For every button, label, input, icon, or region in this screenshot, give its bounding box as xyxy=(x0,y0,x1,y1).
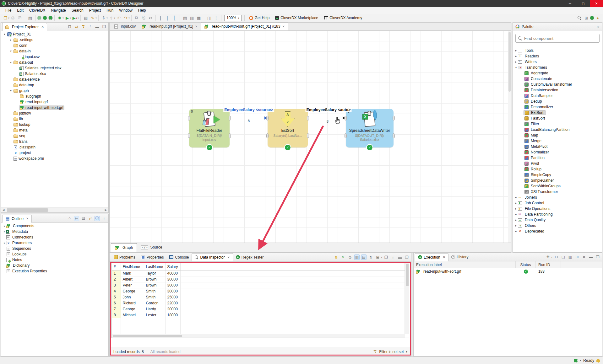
close-icon[interactable]: ✕ xyxy=(195,25,198,28)
cut-button[interactable]: ✂ xyxy=(147,15,154,21)
execution-row[interactable]: read-input-with-sort.grf✓183 xyxy=(414,268,602,275)
exec-settings-dropdown[interactable]: ▾ xyxy=(551,256,552,259)
import-button[interactable]: ⇩ xyxy=(100,15,107,21)
tab-history[interactable]: History xyxy=(448,253,471,261)
maximize-exec-button[interactable]: ❐ xyxy=(595,254,600,260)
grid-button[interactable]: ▦ xyxy=(196,15,202,21)
distribute-h-button[interactable]: ▤ xyxy=(182,15,188,21)
cell[interactable]: Albert xyxy=(121,276,144,282)
tree-item-trans[interactable]: trans xyxy=(1,139,108,144)
new-jobflow-button[interactable] xyxy=(48,16,53,20)
zoom-select[interactable]: 100% ▾ xyxy=(224,15,242,21)
outline-item-parameters[interactable]: ▸Parameters xyxy=(1,240,108,246)
table-row[interactable]: 7GeorgeHardy20000 xyxy=(112,306,405,312)
menu-item-help[interactable]: Help xyxy=(135,7,149,13)
cell[interactable]: 30000 xyxy=(165,276,180,282)
debug-button[interactable]: ✺ xyxy=(57,15,63,21)
new-button[interactable]: ❐ xyxy=(2,15,8,21)
info-toggle-button[interactable]: ⓘ xyxy=(95,216,100,221)
filter-button[interactable] xyxy=(81,24,86,29)
link-selection-button[interactable]: ⇄ xyxy=(88,216,93,221)
redo-button[interactable]: ↷ xyxy=(122,15,129,21)
tab-regex-tester[interactable]: Regex Tester xyxy=(233,253,266,261)
table-row[interactable]: 8MichaelLester18000 xyxy=(112,312,405,318)
close-icon[interactable]: ✕ xyxy=(443,255,445,259)
exec-settings-button[interactable]: ✚ xyxy=(545,254,551,260)
cell[interactable]: John xyxy=(121,294,144,300)
cell[interactable]: Richard xyxy=(121,300,144,306)
exec-collapse-button[interactable]: ⊟ xyxy=(554,254,559,260)
outline-item-connections[interactable]: Connections xyxy=(1,234,108,240)
palette-item-xsltransformer[interactable]: XSLTransformer xyxy=(513,189,602,195)
palette-item-merge[interactable]: Merge xyxy=(513,138,602,144)
cell[interactable]: 3 xyxy=(112,282,121,288)
outline-item-components[interactable]: ▸Components xyxy=(1,223,108,229)
expander-icon[interactable]: ▸ xyxy=(514,230,518,233)
column-header-num[interactable]: # xyxy=(112,263,121,270)
redo-dropdown[interactable]: ▾ xyxy=(128,17,130,19)
table-row[interactable]: 3PeterBrown30000 xyxy=(112,282,405,288)
port[interactable] xyxy=(393,116,395,120)
cell[interactable]: 5 xyxy=(112,294,121,300)
close-icon[interactable]: ✕ xyxy=(41,25,44,29)
brush-dropdown[interactable]: ▾ xyxy=(95,17,97,19)
maximize-views-button[interactable]: ❐ xyxy=(404,254,410,260)
expander-icon[interactable]: ▾ xyxy=(514,66,518,69)
expander-icon[interactable]: ▸ xyxy=(514,224,518,227)
expander-icon[interactable]: ▾ xyxy=(9,50,13,53)
menu-item-project[interactable]: Project xyxy=(86,7,104,13)
component-spreadsheetdatawriter[interactable]: 0XSpreadsheetDataWriter${DATAOUT_DIR}/Sa… xyxy=(346,109,394,147)
tree-item--project[interactable]: .project xyxy=(1,150,108,156)
run-button[interactable]: ▶ xyxy=(64,15,70,21)
new-window-button[interactable]: ❐ xyxy=(383,254,389,260)
server-status-icon[interactable] xyxy=(574,359,578,362)
get-help-link[interactable]: Get Help xyxy=(249,16,269,20)
cell[interactable]: Gordon xyxy=(144,300,165,306)
table-row[interactable]: 6RichardGordon22000 xyxy=(112,300,405,306)
palette-category-data-quality[interactable]: ▸Data Quality xyxy=(513,217,602,223)
graph-canvas[interactable]: 0FlatFileReader${DATAIN_DIR}/input.csv✓A… xyxy=(109,31,511,243)
table-dropdown[interactable]: ▾ xyxy=(381,256,382,259)
menu-item-navigate[interactable]: Navigate xyxy=(48,7,68,13)
undo-button[interactable]: ↶ xyxy=(116,15,122,21)
edge-label[interactable]: EmployeeSalary <auto> xyxy=(305,108,351,112)
lock-button[interactable]: ⊙ xyxy=(347,254,353,260)
table-row[interactable]: 1MarkTaylor40000 xyxy=(112,270,405,276)
tree-item-project-01[interactable]: ▾Project_01 xyxy=(1,31,108,37)
cell[interactable]: Smith xyxy=(144,288,165,294)
editor-tab-2[interactable]: read-input-with-sort.grf [Project_01] #1… xyxy=(201,22,289,30)
menu-item-run[interactable]: Run xyxy=(104,7,116,13)
find-component-input[interactable] xyxy=(524,36,597,41)
cell[interactable]: 7 xyxy=(112,306,121,312)
tree-item-lookup[interactable]: lookup xyxy=(1,122,108,127)
tree-item-salaries-xlsx[interactable]: Salaries.xlsx xyxy=(1,71,108,77)
outline-item-metadata[interactable]: ▸Metadata xyxy=(1,229,108,234)
cell[interactable]: Brown xyxy=(144,282,165,288)
cell[interactable]: 4 xyxy=(112,288,121,294)
tree-item-data-in[interactable]: ▾data-in xyxy=(1,48,108,54)
table-toggle-button[interactable]: ⊞ xyxy=(375,254,380,260)
tab-console[interactable]: Console xyxy=(166,253,192,261)
tree-item-lib[interactable]: lib xyxy=(1,116,108,122)
editor-tab-0[interactable]: input.csv xyxy=(111,22,139,30)
palette-item-filter[interactable]: Filter xyxy=(513,121,602,127)
tree-item--classpath[interactable]: .classpath xyxy=(1,144,108,150)
grid-toggle-button[interactable]: ▥ xyxy=(354,254,360,260)
tree-item-data-tmp[interactable]: data-tmp xyxy=(1,82,108,88)
expander-icon[interactable]: ▾ xyxy=(9,61,13,64)
tree-item-seq[interactable]: seq xyxy=(1,133,108,139)
close-button[interactable]: ✕ xyxy=(590,0,603,7)
cell[interactable]: George xyxy=(121,306,144,312)
palette-category-job-control[interactable]: ▸Job Control xyxy=(513,200,602,206)
cell[interactable]: 30000 xyxy=(165,288,180,294)
cell[interactable]: 30000 xyxy=(165,282,180,288)
align-left-button[interactable]: ⎡ xyxy=(158,15,164,21)
table-view-button[interactable]: ▤ xyxy=(81,216,86,221)
exec-tree-button[interactable]: ▢ xyxy=(561,254,566,260)
close-icon[interactable]: ✕ xyxy=(26,217,29,220)
port[interactable] xyxy=(188,116,190,120)
palette-item-dataintersection[interactable]: DataIntersection xyxy=(513,87,602,93)
tree-item-salaries-rejected-xlsx[interactable]: Salaries_rejected.xlsx xyxy=(1,65,108,71)
outline-item-execution-properties[interactable]: Execution Properties xyxy=(1,268,108,274)
text-toggle-button[interactable]: ▤ xyxy=(361,254,367,260)
